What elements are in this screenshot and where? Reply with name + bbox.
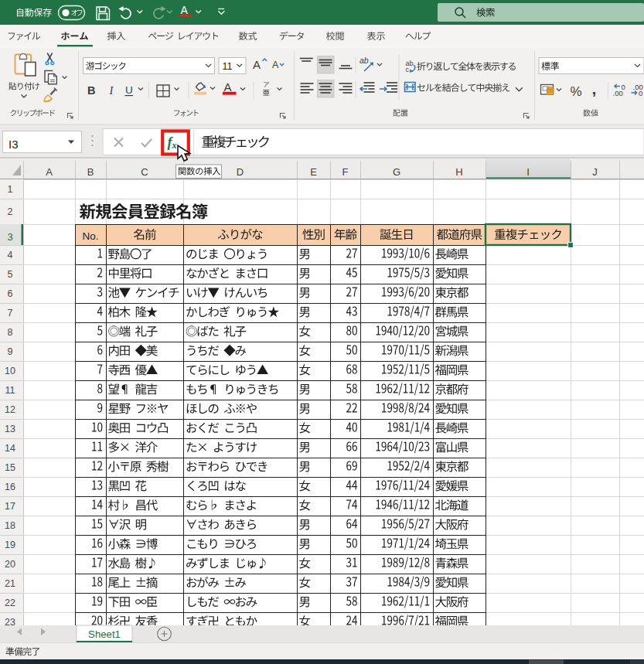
svg-text:11: 11 xyxy=(223,61,233,72)
svg-text:8: 8 xyxy=(8,327,13,338)
svg-text:A: A xyxy=(253,58,261,71)
svg-text:7: 7 xyxy=(8,308,13,318)
svg-text:5: 5 xyxy=(8,269,13,280)
svg-text:A: A xyxy=(224,80,232,94)
svg-text:Sheet1: Sheet1 xyxy=(88,628,121,640)
svg-text:C: C xyxy=(141,166,148,178)
svg-text:J: J xyxy=(592,166,598,178)
svg-text:H: H xyxy=(455,166,462,178)
svg-text:.00: .00 xyxy=(613,89,623,97)
svg-text:22: 22 xyxy=(5,598,15,608)
svg-text:6: 6 xyxy=(8,288,13,299)
svg-text:B: B xyxy=(87,84,95,97)
svg-text:A: A xyxy=(272,60,279,70)
svg-text:20: 20 xyxy=(5,559,15,570)
svg-text:3: 3 xyxy=(7,231,12,243)
svg-text:16: 16 xyxy=(5,482,15,492)
svg-text:1: 1 xyxy=(8,184,13,195)
svg-text:17: 17 xyxy=(5,501,15,512)
svg-text:21: 21 xyxy=(5,578,15,589)
svg-text:2: 2 xyxy=(8,206,13,217)
svg-text:I: I xyxy=(526,166,530,178)
svg-text:12: 12 xyxy=(5,404,15,415)
svg-text:F: F xyxy=(342,166,349,178)
svg-text:G: G xyxy=(393,166,400,178)
svg-text:11: 11 xyxy=(5,385,15,396)
svg-text:U: U xyxy=(125,84,133,96)
svg-text:D: D xyxy=(237,166,244,178)
svg-text:13: 13 xyxy=(5,424,15,434)
svg-text:15: 15 xyxy=(5,462,15,473)
svg-text:10: 10 xyxy=(5,366,15,376)
svg-text:19: 19 xyxy=(5,540,15,550)
svg-text:0: 0 xyxy=(639,89,642,97)
svg-text:c: c xyxy=(406,66,410,73)
svg-text:,: , xyxy=(592,80,597,97)
svg-text:9: 9 xyxy=(8,346,13,357)
svg-text:No.: No. xyxy=(82,230,98,242)
svg-text:%: % xyxy=(571,84,582,99)
svg-text:14: 14 xyxy=(5,443,15,454)
svg-text:A: A xyxy=(46,166,53,178)
svg-text:B: B xyxy=(87,166,94,178)
svg-text:I3: I3 xyxy=(9,138,19,151)
svg-text:4: 4 xyxy=(8,250,13,260)
svg-text:18: 18 xyxy=(5,520,15,531)
svg-text:ab: ab xyxy=(359,56,369,65)
svg-text:E: E xyxy=(310,166,317,178)
